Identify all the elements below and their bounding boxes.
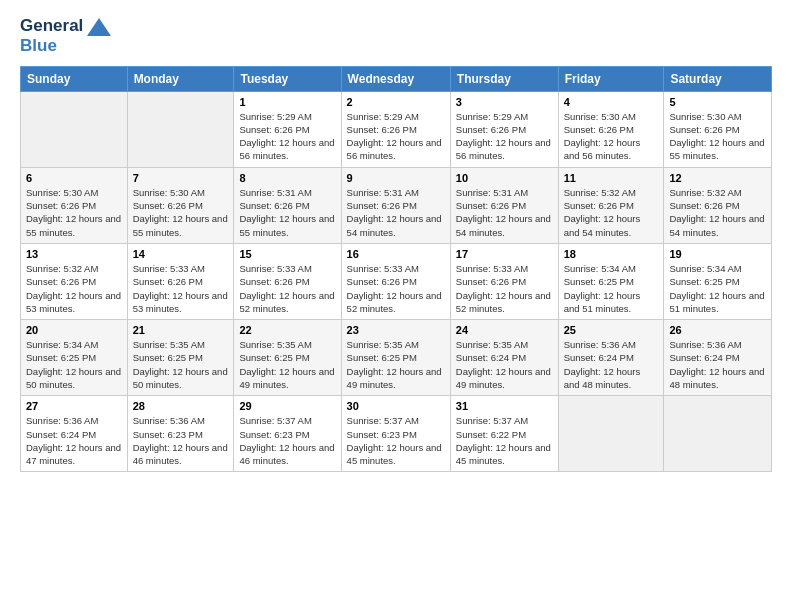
day-detail: Sunrise: 5:31 AM Sunset: 6:26 PM Dayligh… [239,186,335,239]
day-detail: Sunrise: 5:30 AM Sunset: 6:26 PM Dayligh… [669,110,766,163]
day-number: 10 [456,172,553,184]
day-number: 18 [564,248,659,260]
day-number: 11 [564,172,659,184]
calendar-cell: 8Sunrise: 5:31 AM Sunset: 6:26 PM Daylig… [234,167,341,243]
day-number: 12 [669,172,766,184]
calendar-cell: 10Sunrise: 5:31 AM Sunset: 6:26 PM Dayli… [450,167,558,243]
calendar-cell: 21Sunrise: 5:35 AM Sunset: 6:25 PM Dayli… [127,320,234,396]
day-detail: Sunrise: 5:30 AM Sunset: 6:26 PM Dayligh… [133,186,229,239]
calendar-cell: 30Sunrise: 5:37 AM Sunset: 6:23 PM Dayli… [341,396,450,472]
day-number: 15 [239,248,335,260]
calendar-cell: 23Sunrise: 5:35 AM Sunset: 6:25 PM Dayli… [341,320,450,396]
calendar-cell: 26Sunrise: 5:36 AM Sunset: 6:24 PM Dayli… [664,320,772,396]
day-detail: Sunrise: 5:35 AM Sunset: 6:25 PM Dayligh… [133,338,229,391]
calendar-cell: 1Sunrise: 5:29 AM Sunset: 6:26 PM Daylig… [234,91,341,167]
calendar-cell: 5Sunrise: 5:30 AM Sunset: 6:26 PM Daylig… [664,91,772,167]
day-detail: Sunrise: 5:36 AM Sunset: 6:23 PM Dayligh… [133,414,229,467]
day-detail: Sunrise: 5:36 AM Sunset: 6:24 PM Dayligh… [564,338,659,391]
day-detail: Sunrise: 5:33 AM Sunset: 6:26 PM Dayligh… [133,262,229,315]
day-detail: Sunrise: 5:29 AM Sunset: 6:26 PM Dayligh… [456,110,553,163]
day-number: 9 [347,172,445,184]
day-number: 3 [456,96,553,108]
calendar-cell [21,91,128,167]
day-detail: Sunrise: 5:36 AM Sunset: 6:24 PM Dayligh… [669,338,766,391]
day-number: 13 [26,248,122,260]
calendar-cell: 2Sunrise: 5:29 AM Sunset: 6:26 PM Daylig… [341,91,450,167]
calendar-cell: 3Sunrise: 5:29 AM Sunset: 6:26 PM Daylig… [450,91,558,167]
day-detail: Sunrise: 5:30 AM Sunset: 6:26 PM Dayligh… [564,110,659,163]
col-header-saturday: Saturday [664,66,772,91]
logo-icon [85,16,113,38]
calendar-week-4: 20Sunrise: 5:34 AM Sunset: 6:25 PM Dayli… [21,320,772,396]
day-detail: Sunrise: 5:34 AM Sunset: 6:25 PM Dayligh… [26,338,122,391]
calendar-cell: 11Sunrise: 5:32 AM Sunset: 6:26 PM Dayli… [558,167,664,243]
calendar-cell: 29Sunrise: 5:37 AM Sunset: 6:23 PM Dayli… [234,396,341,472]
day-number: 2 [347,96,445,108]
day-number: 4 [564,96,659,108]
day-number: 24 [456,324,553,336]
day-number: 20 [26,324,122,336]
day-number: 5 [669,96,766,108]
day-detail: Sunrise: 5:37 AM Sunset: 6:23 PM Dayligh… [239,414,335,467]
calendar-cell [558,396,664,472]
calendar-cell: 6Sunrise: 5:30 AM Sunset: 6:26 PM Daylig… [21,167,128,243]
day-detail: Sunrise: 5:30 AM Sunset: 6:26 PM Dayligh… [26,186,122,239]
logo: General Blue [20,16,113,56]
col-header-tuesday: Tuesday [234,66,341,91]
day-number: 7 [133,172,229,184]
day-number: 25 [564,324,659,336]
page: General Blue SundayMondayTuesdayWednesda… [0,0,792,612]
calendar-cell: 16Sunrise: 5:33 AM Sunset: 6:26 PM Dayli… [341,243,450,319]
day-number: 29 [239,400,335,412]
calendar-cell: 17Sunrise: 5:33 AM Sunset: 6:26 PM Dayli… [450,243,558,319]
day-detail: Sunrise: 5:35 AM Sunset: 6:25 PM Dayligh… [347,338,445,391]
day-number: 27 [26,400,122,412]
col-header-thursday: Thursday [450,66,558,91]
col-header-monday: Monday [127,66,234,91]
calendar-cell: 12Sunrise: 5:32 AM Sunset: 6:26 PM Dayli… [664,167,772,243]
day-detail: Sunrise: 5:33 AM Sunset: 6:26 PM Dayligh… [456,262,553,315]
calendar-cell: 14Sunrise: 5:33 AM Sunset: 6:26 PM Dayli… [127,243,234,319]
calendar-cell: 25Sunrise: 5:36 AM Sunset: 6:24 PM Dayli… [558,320,664,396]
day-detail: Sunrise: 5:34 AM Sunset: 6:25 PM Dayligh… [669,262,766,315]
calendar-cell: 22Sunrise: 5:35 AM Sunset: 6:25 PM Dayli… [234,320,341,396]
logo-blue: Blue [20,36,113,56]
day-detail: Sunrise: 5:34 AM Sunset: 6:25 PM Dayligh… [564,262,659,315]
calendar-week-2: 6Sunrise: 5:30 AM Sunset: 6:26 PM Daylig… [21,167,772,243]
calendar-week-5: 27Sunrise: 5:36 AM Sunset: 6:24 PM Dayli… [21,396,772,472]
calendar-cell: 24Sunrise: 5:35 AM Sunset: 6:24 PM Dayli… [450,320,558,396]
svg-marker-0 [87,18,111,36]
day-detail: Sunrise: 5:35 AM Sunset: 6:24 PM Dayligh… [456,338,553,391]
calendar-cell: 7Sunrise: 5:30 AM Sunset: 6:26 PM Daylig… [127,167,234,243]
day-detail: Sunrise: 5:32 AM Sunset: 6:26 PM Dayligh… [564,186,659,239]
day-detail: Sunrise: 5:33 AM Sunset: 6:26 PM Dayligh… [347,262,445,315]
logo-text: General [20,16,113,38]
header: General Blue [20,16,772,56]
day-detail: Sunrise: 5:37 AM Sunset: 6:23 PM Dayligh… [347,414,445,467]
calendar-cell: 9Sunrise: 5:31 AM Sunset: 6:26 PM Daylig… [341,167,450,243]
calendar-cell: 4Sunrise: 5:30 AM Sunset: 6:26 PM Daylig… [558,91,664,167]
calendar-cell: 13Sunrise: 5:32 AM Sunset: 6:26 PM Dayli… [21,243,128,319]
day-number: 19 [669,248,766,260]
day-number: 1 [239,96,335,108]
day-number: 8 [239,172,335,184]
calendar-cell [127,91,234,167]
day-detail: Sunrise: 5:31 AM Sunset: 6:26 PM Dayligh… [456,186,553,239]
day-detail: Sunrise: 5:33 AM Sunset: 6:26 PM Dayligh… [239,262,335,315]
calendar-cell: 28Sunrise: 5:36 AM Sunset: 6:23 PM Dayli… [127,396,234,472]
day-number: 28 [133,400,229,412]
calendar: SundayMondayTuesdayWednesdayThursdayFrid… [20,66,772,473]
calendar-cell: 15Sunrise: 5:33 AM Sunset: 6:26 PM Dayli… [234,243,341,319]
day-number: 22 [239,324,335,336]
calendar-cell: 18Sunrise: 5:34 AM Sunset: 6:25 PM Dayli… [558,243,664,319]
calendar-header-row: SundayMondayTuesdayWednesdayThursdayFrid… [21,66,772,91]
calendar-cell: 31Sunrise: 5:37 AM Sunset: 6:22 PM Dayli… [450,396,558,472]
day-detail: Sunrise: 5:35 AM Sunset: 6:25 PM Dayligh… [239,338,335,391]
day-detail: Sunrise: 5:29 AM Sunset: 6:26 PM Dayligh… [239,110,335,163]
col-header-wednesday: Wednesday [341,66,450,91]
calendar-cell: 19Sunrise: 5:34 AM Sunset: 6:25 PM Dayli… [664,243,772,319]
col-header-friday: Friday [558,66,664,91]
day-detail: Sunrise: 5:37 AM Sunset: 6:22 PM Dayligh… [456,414,553,467]
col-header-sunday: Sunday [21,66,128,91]
day-number: 16 [347,248,445,260]
